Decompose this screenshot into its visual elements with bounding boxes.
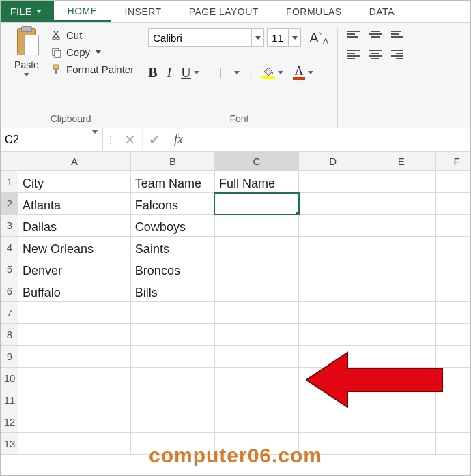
borders-button[interactable]	[220, 68, 240, 78]
cell-C7[interactable]	[214, 302, 298, 324]
cell-C6[interactable]	[214, 280, 298, 302]
row-header-4[interactable]: 4	[1, 237, 18, 258]
cut-button[interactable]: Cut	[51, 29, 134, 41]
formula-input[interactable]	[190, 128, 470, 151]
cell-C5[interactable]	[214, 258, 298, 280]
align-bottom-button[interactable]	[391, 31, 403, 38]
align-right-button[interactable]	[391, 50, 403, 59]
cell-D11[interactable]	[299, 389, 367, 411]
row-header-2[interactable]: 2	[1, 193, 18, 215]
italic-button[interactable]: I	[167, 65, 172, 80]
cell-E9[interactable]	[367, 346, 436, 368]
row-header-10[interactable]: 10	[1, 368, 18, 389]
cell-C1[interactable]: Full Name	[214, 171, 298, 193]
select-all-corner[interactable]	[1, 152, 18, 171]
cell-E3[interactable]	[367, 215, 436, 237]
row-header-1[interactable]: 1	[1, 171, 18, 193]
cell-D9[interactable]	[299, 346, 367, 368]
cell-D7[interactable]	[299, 302, 367, 324]
grid[interactable]: A B C D E F 1CityTeam NameFull Name2Atla…	[1, 151, 471, 455]
font-size-dropdown[interactable]	[288, 29, 300, 46]
bold-button[interactable]: B	[148, 65, 157, 80]
cell-D4[interactable]	[299, 237, 367, 258]
name-box-dropdown[interactable]	[91, 134, 98, 146]
cell-B7[interactable]	[130, 302, 214, 324]
row-header-12[interactable]: 12	[1, 411, 18, 433]
cell-F5[interactable]	[436, 258, 471, 280]
cell-A9[interactable]	[18, 346, 131, 368]
col-header-E[interactable]: E	[367, 152, 436, 171]
row-header-11[interactable]: 11	[1, 389, 18, 411]
row-header-5[interactable]: 5	[1, 258, 18, 280]
cell-A3[interactable]: Dallas	[18, 215, 131, 237]
font-name-input[interactable]	[149, 31, 251, 45]
cell-A2[interactable]: Atlanta	[18, 193, 131, 215]
paste-button[interactable]: Paste	[8, 28, 46, 76]
format-painter-button[interactable]: Format Painter	[51, 63, 134, 75]
cell-A6[interactable]: Buffalo	[18, 280, 131, 302]
tab-home[interactable]: HOME	[54, 1, 111, 22]
tab-page-layout[interactable]: PAGE LAYOUT	[175, 1, 272, 22]
font-name-combo[interactable]	[148, 28, 264, 47]
align-left-button[interactable]	[347, 50, 360, 59]
row-header-9[interactable]: 9	[1, 346, 18, 368]
cell-B9[interactable]	[130, 346, 214, 368]
align-top-button[interactable]	[347, 31, 360, 38]
shrink-font-button[interactable]: Aˇ	[323, 36, 330, 46]
cell-C3[interactable]	[214, 215, 298, 237]
fill-color-button[interactable]	[261, 67, 283, 79]
cell-B12[interactable]	[130, 411, 214, 433]
cell-D12[interactable]	[299, 411, 367, 433]
cell-E11[interactable]	[367, 389, 436, 411]
cell-E4[interactable]	[367, 237, 436, 258]
cell-A11[interactable]	[18, 389, 131, 411]
font-color-button[interactable]: A	[293, 66, 313, 80]
font-size-input[interactable]	[268, 31, 288, 45]
cell-F6[interactable]	[436, 280, 471, 302]
cell-E10[interactable]	[367, 368, 436, 389]
cell-C12[interactable]	[214, 411, 298, 433]
cell-B4[interactable]: Saints	[130, 237, 214, 258]
cancel-formula-button[interactable]: ✕	[118, 128, 143, 151]
grow-font-button[interactable]: A^	[309, 30, 322, 46]
cell-A10[interactable]	[18, 368, 131, 389]
cell-A5[interactable]: Denver	[18, 258, 131, 280]
cell-D8[interactable]	[299, 324, 367, 346]
cell-A1[interactable]: City	[18, 171, 131, 193]
cell-A8[interactable]	[18, 324, 131, 346]
cell-B2[interactable]: Falcons	[130, 193, 214, 215]
cell-F3[interactable]	[436, 215, 471, 237]
cell-E5[interactable]	[367, 258, 436, 280]
cell-C4[interactable]	[214, 237, 298, 258]
cell-B5[interactable]: Broncos	[130, 258, 214, 280]
enter-formula-button[interactable]: ✔	[143, 128, 167, 151]
tab-formulas[interactable]: FORMULAS	[272, 1, 356, 22]
col-header-D[interactable]: D	[299, 152, 367, 171]
cell-D1[interactable]	[299, 171, 367, 193]
cell-F7[interactable]	[436, 302, 471, 324]
cell-F12[interactable]	[436, 411, 471, 433]
cell-C11[interactable]	[214, 389, 298, 411]
cell-D2[interactable]	[299, 193, 367, 215]
cell-F8[interactable]	[436, 324, 471, 346]
cell-C8[interactable]	[214, 324, 298, 346]
cell-B8[interactable]	[130, 324, 214, 346]
underline-button[interactable]: U	[181, 65, 199, 80]
cell-B1[interactable]: Team Name	[130, 171, 214, 193]
cell-E6[interactable]	[367, 280, 436, 302]
cell-B11[interactable]	[130, 389, 214, 411]
row-header-8[interactable]: 8	[1, 324, 18, 346]
fx-icon[interactable]: fx	[167, 132, 190, 147]
col-header-B[interactable]: B	[130, 152, 214, 171]
cell-E2[interactable]	[367, 193, 436, 215]
copy-button[interactable]: Copy	[51, 46, 134, 58]
cell-F9[interactable]	[436, 346, 471, 368]
cell-E12[interactable]	[367, 411, 436, 433]
cell-E1[interactable]	[367, 171, 436, 193]
cell-F11[interactable]	[436, 389, 471, 411]
align-center-button[interactable]	[369, 50, 382, 59]
cell-F1[interactable]	[436, 171, 471, 193]
font-name-dropdown[interactable]	[251, 29, 263, 46]
tab-insert[interactable]: INSERT	[111, 1, 175, 22]
cell-C2[interactable]	[214, 193, 298, 215]
